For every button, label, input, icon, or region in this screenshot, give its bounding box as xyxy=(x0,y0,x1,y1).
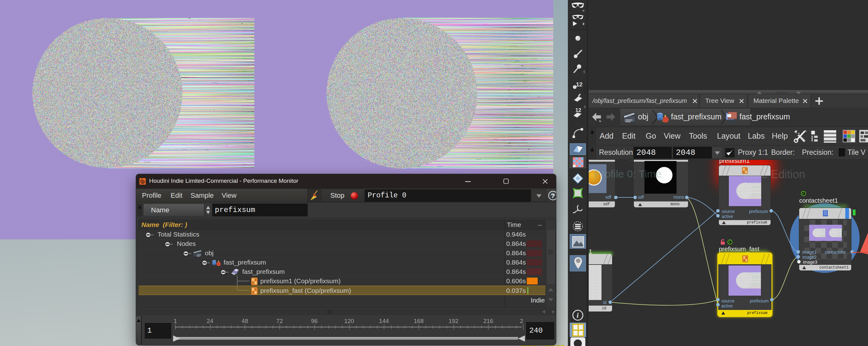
svg-text:12: 12 xyxy=(575,108,581,113)
svg-text:i: i xyxy=(577,311,579,319)
svg-text:12: 12 xyxy=(576,81,583,88)
